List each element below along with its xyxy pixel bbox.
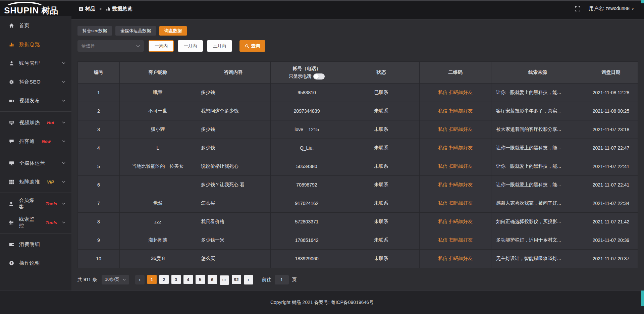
private-message-link[interactable]: 私信 <box>438 90 447 96</box>
sidebar-item-label: 矩阵助推 <box>19 179 40 185</box>
phone-only-toggle[interactable] <box>313 73 325 80</box>
sidebar-item-clue-monitor[interactable]: 线索监控Tools <box>0 213 71 232</box>
cell-source-link[interactable]: 让你一眼就爱上的黑科技，能... <box>491 176 584 194</box>
cell-qrcode: 私信扫码加好友 <box>420 213 491 231</box>
private-message-link[interactable]: 私信 <box>438 126 447 133</box>
page-button-6[interactable]: 6 <box>208 275 217 284</box>
page-ellipsis-button[interactable]: ••• <box>220 275 229 285</box>
column-header-6: 二维码 <box>420 62 491 84</box>
sidebar-item-consumption-detail[interactable]: 消费明细 <box>0 235 71 254</box>
page-button-2[interactable]: 2 <box>159 275 169 284</box>
chevron-down-icon <box>62 221 65 223</box>
cell-account: 70898792 <box>271 176 343 194</box>
account-select[interactable]: 请选择 <box>77 40 144 52</box>
sidebar-item-member-burst[interactable]: 会员爆客Tools <box>0 194 71 213</box>
prev-page-button[interactable]: ‹ <box>135 275 145 284</box>
sidebar-item-home[interactable]: 首页 <box>0 16 71 35</box>
cell-source-link[interactable]: 让你一眼就爱上的黑科技，能... <box>491 157 584 176</box>
inquiry-table: 编号客户昵称咨询内容帐号（电话）只显示电话状态二维码线索来源询盘日期 1哦章多少… <box>77 61 638 268</box>
sidebar-item-douketong[interactable]: 抖客通New <box>0 132 71 151</box>
period-button-1[interactable]: 一周内 <box>149 40 174 52</box>
cell-nickname: 潮起潮落 <box>120 231 196 250</box>
page-button-5[interactable]: 5 <box>196 275 205 284</box>
private-message-link[interactable]: 私信 <box>438 108 447 114</box>
private-message-link[interactable]: 私信 <box>438 237 447 243</box>
goto-page-input[interactable] <box>275 275 289 284</box>
cell-date: 2021-11-07 22:47 <box>584 139 638 157</box>
cell-date: 2021-11-07 22:41 <box>584 157 638 176</box>
scan-add-friend-link[interactable]: 扫码加好友 <box>449 237 473 243</box>
scan-add-friend-link[interactable]: 扫码加好友 <box>449 126 473 133</box>
scrollbar-thumb-top[interactable] <box>641 0 644 3</box>
cell-qrcode: 私信扫码加好友 <box>420 120 491 139</box>
scrollbar-thumb-bottom[interactable] <box>641 291 644 306</box>
sidebar-item-label: 首页 <box>19 22 30 29</box>
scan-add-friend-link[interactable]: 扫码加好友 <box>449 90 473 96</box>
private-message-link[interactable]: 私信 <box>438 256 447 262</box>
column-header-8: 询盘日期 <box>584 62 638 84</box>
user-menu[interactable]: 用户名: zswodun88 ∨ <box>589 6 634 12</box>
breadcrumb-root[interactable]: 树品 <box>85 6 95 12</box>
sidebar-item-badge: New <box>42 139 51 144</box>
page-button-92[interactable]: 92 <box>232 275 241 284</box>
tab-1[interactable]: 抖音seo数据 <box>77 26 112 36</box>
page-button-3[interactable]: 3 <box>171 275 181 284</box>
cell-source-link[interactable]: 感谢大家喜欢我家，被问了好... <box>491 194 584 213</box>
private-message-link[interactable]: 私信 <box>438 182 447 188</box>
cell-source-link[interactable]: 让你一眼就爱上的黑科技，能... <box>491 84 584 102</box>
search-button[interactable]: 查询 <box>239 40 265 52</box>
search-icon <box>245 44 249 48</box>
private-message-link[interactable]: 私信 <box>438 200 447 206</box>
breadcrumb-current[interactable]: 数据总览 <box>112 6 132 12</box>
cell-source-link[interactable]: 无主灯设计，智能磁吸轨道灯... <box>491 250 584 268</box>
cell-source-link[interactable]: 如何正确选择投影仪，买投影... <box>491 213 584 231</box>
scan-add-friend-link[interactable]: 扫码加好友 <box>449 182 473 188</box>
cell-nickname: 36度 8 <box>120 250 196 268</box>
cell-status: 未联系 <box>343 176 420 194</box>
cell-source-link[interactable]: 让你一眼就爱上的黑科技，能... <box>491 139 584 157</box>
cell-qrcode: 私信扫码加好友 <box>420 194 491 213</box>
sidebar-item-data-overview[interactable]: 数据总览 <box>0 35 71 54</box>
scan-add-friend-link[interactable]: 扫码加好友 <box>449 108 473 114</box>
private-message-link[interactable]: 私信 <box>438 145 447 151</box>
scan-add-friend-link[interactable]: 扫码加好友 <box>449 219 473 225</box>
period-button-2[interactable]: 一月内 <box>178 40 203 52</box>
page-button-1[interactable]: 1 <box>147 275 157 284</box>
sidebar-item-account-management[interactable]: 账号管理 <box>0 54 71 72</box>
sidebar-item-video-publish[interactable]: 视频发布 <box>0 91 71 110</box>
scan-add-friend-link[interactable]: 扫码加好友 <box>449 256 473 262</box>
cell-source-link[interactable]: 客厅安装投影半年多了，真实... <box>491 102 584 120</box>
sidebar-item-operation-guide[interactable]: ?操作说明 <box>0 254 71 272</box>
sidebar-item-badge: Hot <box>47 120 54 125</box>
cell-date: 2021-11-08 00:25 <box>584 102 638 120</box>
chevron-down-icon <box>62 140 65 142</box>
sidebar-item-douyin-seo[interactable]: 抖音SEO <box>0 72 71 91</box>
table-row: 1036度 8怎么买183929060未联系私信扫码加好友无主灯设计，智能磁吸轨… <box>78 250 638 268</box>
sidebar-item-video-heating[interactable]: 视频加热Hot <box>0 113 71 132</box>
fullscreen-icon[interactable] <box>575 6 580 11</box>
cell-nickname: zzz <box>120 213 196 231</box>
private-message-link[interactable]: 私信 <box>438 163 447 169</box>
cell-source-link[interactable]: 多功能护栏灯，适用于乡村文... <box>491 231 584 250</box>
tab-2[interactable]: 全媒体运营数据 <box>115 26 156 36</box>
scan-add-friend-link[interactable]: 扫码加好友 <box>449 145 473 151</box>
sidebar-item-matrix-boost[interactable]: 矩阵助推VIP <box>0 172 71 191</box>
tab-3[interactable]: 询盘数据 <box>159 26 187 36</box>
breadcrumb: 树品 > 数据总览 <box>79 6 132 12</box>
sidebar-item-omni-media-operation[interactable]: 全媒体运营 <box>0 154 71 172</box>
cell-account: Q_Liu. <box>271 139 343 157</box>
period-button-3[interactable]: 三月内 <box>207 40 232 52</box>
scan-add-friend-link[interactable]: 扫码加好友 <box>449 200 473 206</box>
column-header-5: 状态 <box>343 62 420 84</box>
cell-nickname: 当地比较能吃的一位美女 <box>120 157 196 176</box>
user-icon <box>9 61 14 66</box>
table-row: 5当地比较能吃的一位美女说说价格让我死心50534380未联系私信扫码加好友让你… <box>78 157 638 176</box>
page-size-select[interactable]: 10条/页 <box>102 275 129 284</box>
next-page-button[interactable]: › <box>244 275 253 284</box>
cell-account: 917024162 <box>271 194 343 213</box>
cell-source-link[interactable]: 被大家追着问的客厅投影分享... <box>491 120 584 139</box>
cell-qrcode: 私信扫码加好友 <box>420 84 491 102</box>
private-message-link[interactable]: 私信 <box>438 219 447 225</box>
scan-add-friend-link[interactable]: 扫码加好友 <box>449 163 473 169</box>
page-button-4[interactable]: 4 <box>183 275 193 284</box>
